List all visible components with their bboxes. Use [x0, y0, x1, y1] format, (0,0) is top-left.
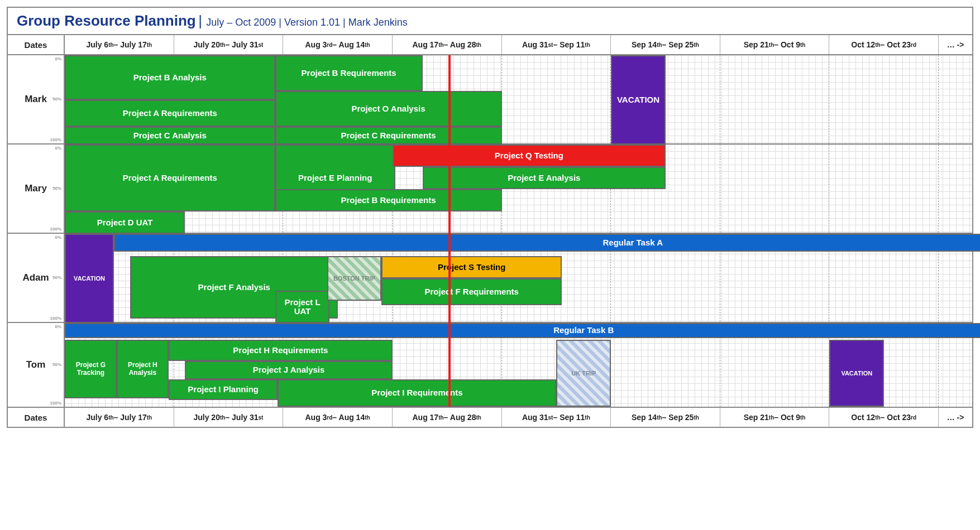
- pct-p50: 50%: [52, 275, 61, 280]
- dates-footer: Dates July 6th – July 17thJuly 20th – Ju…: [8, 407, 972, 427]
- lane-body-mary[interactable]: Project A RequirementsProject E Planning…: [65, 144, 972, 233]
- gantt-board: Mark0%50%100%Project B AnalysisProject B…: [8, 55, 972, 407]
- task-a3[interactable]: Project L UAT: [275, 291, 330, 323]
- lane-body-tom[interactable]: Regular Task BProject G TrackingProject …: [65, 323, 972, 407]
- dates-label: Dates: [8, 35, 65, 54]
- date-col-5: Sep 14th – Sep 25th: [611, 408, 720, 427]
- date-col-0: July 6th – July 17th: [65, 35, 174, 54]
- date-col-4: Aug 31st – Sep 11th: [502, 35, 611, 54]
- lane-adam: Adam0%50%100%VACATIONRegular Task AProje…: [8, 234, 972, 323]
- date-col-6: Sep 21th – Oct 9th: [720, 408, 830, 427]
- date-col-6: Sep 21th – Oct 9th: [720, 35, 830, 54]
- task-t7[interactable]: Project I Requirements: [278, 379, 556, 407]
- date-col-7: Oct 12th – Oct 23rd: [829, 35, 939, 54]
- task-t6[interactable]: Project I Planning: [169, 379, 278, 401]
- date-col-3: Aug 17th – Aug 28th: [393, 35, 502, 54]
- lane-label-adam: Adam0%50%100%: [8, 234, 65, 322]
- lane-body-mark[interactable]: Project B AnalysisProject B Requirements…: [65, 55, 972, 143]
- pct-p0: 0%: [55, 146, 61, 151]
- task-t5[interactable]: Project J Analysis: [185, 361, 393, 379]
- task-y4[interactable]: Project E Analysis: [423, 167, 666, 189]
- task-m3[interactable]: Project A Requirements: [65, 100, 275, 127]
- lane-mark: Mark0%50%100%Project B AnalysisProject B…: [8, 55, 972, 144]
- date-col-1: July 20th – July 31st: [174, 35, 284, 54]
- pct-p100: 100%: [50, 227, 61, 232]
- task-t9[interactable]: VACATION: [829, 340, 884, 407]
- task-t1[interactable]: Regular Task B: [65, 323, 980, 338]
- task-m1[interactable]: Project B Analysis: [65, 55, 275, 100]
- date-col-5: Sep 14th – Sep 25th: [611, 35, 720, 54]
- date-col-more[interactable]: … ->: [939, 35, 972, 54]
- task-m4[interactable]: Project O Analysis: [275, 91, 502, 127]
- task-t4[interactable]: Project H Requirements: [169, 340, 393, 361]
- task-a5[interactable]: Project S Testing: [381, 256, 562, 278]
- title-separator: |: [198, 12, 206, 29]
- task-m2[interactable]: Project B Requirements: [275, 55, 423, 91]
- pct-p0: 0%: [55, 235, 61, 240]
- lane-mary: Mary0%50%100%Project A RequirementsProje…: [8, 144, 972, 234]
- task-y5[interactable]: Project B Requirements: [275, 189, 502, 211]
- lane-tom: Tom0%50%100%Regular Task BProject G Trac…: [8, 323, 972, 407]
- dates-header: Dates July 6th – July 17thJuly 20th – Ju…: [8, 35, 972, 55]
- planning-frame: Group Resource Planning | July – Oct 200…: [7, 7, 973, 428]
- pct-p0: 0%: [55, 324, 61, 329]
- pct-p100: 100%: [50, 316, 61, 321]
- task-m6[interactable]: Project C Requirements: [275, 127, 502, 144]
- task-t3[interactable]: Project H Analysis: [117, 340, 169, 398]
- task-y1[interactable]: Project A Requirements: [65, 144, 275, 211]
- date-col-4: Aug 31st – Sep 11th: [502, 408, 611, 427]
- date-col-2: Aug 3rd – Aug 14th: [283, 35, 393, 54]
- pct-p50: 50%: [52, 97, 61, 102]
- task-a4[interactable]: BOSTON TRIP: [327, 256, 382, 301]
- task-m7[interactable]: VACATION: [611, 55, 666, 144]
- lane-label-mary: Mary0%50%100%: [8, 144, 65, 233]
- task-y3[interactable]: Project Q Testing: [393, 144, 666, 167]
- task-t2[interactable]: Project G Tracking: [65, 340, 117, 398]
- date-col-0: July 6th – July 17th: [65, 408, 174, 427]
- task-a6[interactable]: Project F Requirements: [381, 278, 562, 305]
- task-m5[interactable]: Project C Analysis: [65, 127, 275, 144]
- date-col-2: Aug 3rd – Aug 14th: [283, 408, 393, 427]
- pct-p100: 100%: [50, 401, 61, 406]
- task-y6[interactable]: Project D UAT: [65, 211, 185, 234]
- title-bar: Group Resource Planning | July – Oct 200…: [8, 8, 972, 35]
- task-t8[interactable]: UK TRIP: [556, 340, 611, 407]
- lane-label-tom: Tom0%50%100%: [8, 323, 65, 407]
- task-a1[interactable]: Regular Task A: [114, 234, 980, 252]
- task-a0[interactable]: VACATION: [65, 234, 114, 323]
- date-col-7: Oct 12th – Oct 23rd: [829, 408, 939, 427]
- lane-label-mark: Mark0%50%100%: [8, 55, 65, 143]
- date-col-more[interactable]: … ->: [939, 408, 972, 427]
- date-col-3: Aug 17th – Aug 28th: [393, 408, 502, 427]
- date-col-1: July 20th – July 31st: [174, 408, 284, 427]
- pct-p50: 50%: [52, 362, 61, 367]
- page-subtitle: July – Oct 2009 | Version 1.01 | Mark Je…: [206, 17, 408, 28]
- dates-label-footer: Dates: [8, 408, 65, 427]
- page-title: Group Resource Planning: [17, 12, 196, 29]
- pct-p100: 100%: [50, 137, 61, 142]
- pct-p0: 0%: [55, 56, 61, 61]
- pct-p50: 50%: [52, 186, 61, 191]
- lane-body-adam[interactable]: VACATIONRegular Task AProject F Analysis…: [65, 234, 972, 322]
